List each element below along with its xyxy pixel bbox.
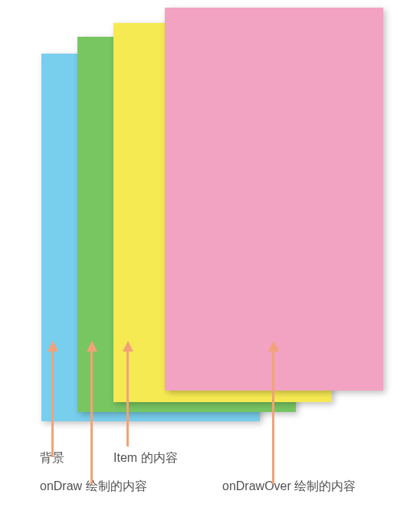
label-item: Item 的内容 — [113, 450, 178, 466]
label-ondraw: onDraw 绘制的内容 — [40, 479, 147, 495]
label-ondrawover: onDrawOver 绘制的内容 — [222, 479, 356, 495]
layer-ondrawover — [165, 8, 383, 391]
